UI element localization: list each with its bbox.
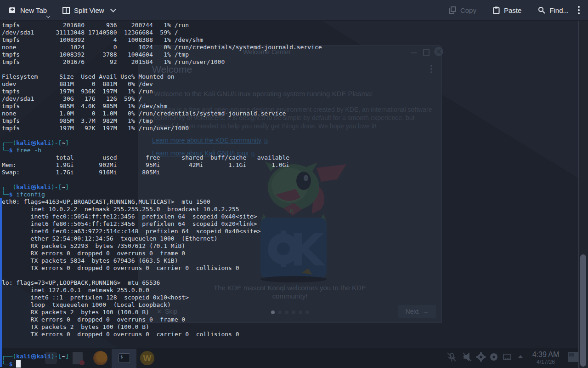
terminal-line: Filesystem Size Used Avail Use% Mounted …	[2, 73, 322, 80]
terminal-line: RX errors 0 dropped 0 overruns 0 frame 0	[2, 250, 322, 257]
terminal-line: tmpfs 985M 3.7M 982M 1% /tmp	[2, 117, 322, 125]
terminal-line: RX packets 2 bytes 100 (100.0 B)	[2, 309, 322, 316]
terminal-line: tmpfs 985M 4.0K 985M 1% /dev/shm	[2, 103, 322, 110]
find-label: Find...	[549, 6, 569, 14]
next-label: Next	[406, 308, 419, 315]
clock-time: 4:39 AM	[526, 351, 565, 359]
terminal-line: /dev/sda1 30G 17G 12G 59% /	[2, 95, 322, 103]
terminal-line	[2, 272, 322, 279]
terminal-line: Mem: 1.9Gi 902Mi 95Mi 42Mi 1.1Gi 1.0Gi	[2, 161, 322, 169]
clock: 4:39 AM 4/17/26	[526, 351, 565, 365]
overflow-menu-icon[interactable]	[578, 6, 580, 8]
terminal-line: ether 52:54:00:12:34:56 txqueuelen 1000 …	[2, 235, 322, 242]
volume-muted-icon	[463, 353, 471, 361]
settings-gear-icon	[476, 352, 486, 362]
terminal-line: TX errors 0 dropped 0 overruns 0 carrier…	[2, 264, 322, 272]
split-view-label: Split View	[74, 6, 104, 14]
new-tab-label: New Tab	[20, 6, 47, 14]
split-view-icon	[62, 7, 70, 14]
split-view-button[interactable]: Split View	[58, 0, 120, 20]
terminal-line: loop txqueuelen 1000 (Local Loopback)	[2, 301, 322, 309]
terminal-line	[2, 66, 322, 73]
close-icon	[434, 47, 443, 56]
disc-icon	[490, 353, 498, 361]
terminal-line: tmpfs 1008392 3788 1004604 1% /tmp	[2, 51, 322, 58]
terminal-line: RX errors 0 dropped 0 overruns 0 frame 0	[2, 316, 322, 323]
terminal-line: /dev/sda1 31113048 17140580 12366684 59%…	[2, 29, 322, 36]
arrow-right-icon: →	[422, 308, 429, 315]
chevron-down-icon	[110, 6, 116, 12]
next-button: Next→	[398, 305, 436, 318]
terminal-line: total used free shared buff/cache availa…	[2, 154, 322, 161]
terminal-line: TX packets 5834 bytes 679436 (663.5 KiB)	[2, 257, 322, 264]
output-indicator-bar	[0, 198, 2, 367]
scrollbar-track[interactable]	[578, 21, 579, 368]
microphone-muted-icon	[447, 353, 456, 362]
terminal-line: inet 127.0.0.1 netmask 255.0.0.0	[2, 287, 322, 294]
system-tray	[447, 352, 525, 365]
terminal-toolbar: New Tab Split View Copy Paste	[0, 0, 588, 21]
search-icon	[538, 6, 545, 14]
terminal-line	[2, 176, 322, 184]
terminal-line: eth0: flags=4163<UP,BROADCAST,RUNNING,MU…	[2, 198, 322, 206]
copy-icon	[449, 6, 456, 14]
terminal-line: none 1024 0 1024 0% /run/credentials/sys…	[2, 44, 322, 51]
terminal-line: tmpfs 201676 92 201584 1% /run/user/1000	[2, 58, 322, 66]
terminal-line: inet6 ::1 prefixlen 128 scopeid 0x10<hos…	[2, 294, 322, 301]
terminal-line: lo: flags=73<UP,LOOPBACK,RUNNING> mtu 65…	[2, 279, 322, 287]
minimize-icon	[411, 52, 417, 53]
network-icon	[503, 354, 511, 360]
terminal-line: udev 881M 0 881M 0% /dev	[2, 80, 322, 88]
clock-date: 4/17/26	[526, 359, 565, 365]
terminal-line: inet6 fec0::5054:ff:fe12:3456 prefixlen …	[2, 213, 322, 220]
terminal-output[interactable]: tmpfs 201680 936 200744 1% /run/dev/sda1…	[2, 22, 322, 368]
desktop-screen: Welcome Center Welcome Welcome to the Ka…	[0, 0, 588, 368]
overflow-menu-icon	[430, 65, 432, 67]
new-tab-icon	[8, 6, 16, 14]
terminal-line: tmpfs 201680 936 200744 1% /run	[2, 22, 322, 29]
expand-tray-icon	[518, 355, 523, 358]
paste-button[interactable]: Paste	[488, 0, 526, 20]
terminal-line: none 1.0M 0 1.0M 0% /run/credentials/sys…	[2, 110, 322, 117]
terminal-line: └─$ free -h	[2, 147, 322, 154]
terminal-line: tmpfs 197M 936K 197M 1% /run	[2, 88, 322, 95]
terminal-line: TX packets 2 bytes 100 (100.0 B)	[2, 323, 322, 331]
terminal-line: └─$ ifconfig	[2, 191, 322, 198]
copy-button[interactable]: Copy	[444, 0, 481, 20]
scrollbar-thumb[interactable]	[580, 254, 586, 367]
paste-label: Paste	[504, 6, 521, 14]
terminal-line: ┌──(kali㉿kali)-[~]	[2, 184, 322, 191]
terminal-line	[2, 338, 322, 345]
terminal-line	[2, 345, 322, 353]
terminal-line: tmpfs 197M 92K 197M 1% /run/user/1000	[2, 125, 322, 132]
terminal-line: ┌──(kali㉿kali)-[~]	[2, 353, 322, 360]
new-tab-button[interactable]: New Tab	[4, 0, 51, 20]
terminal-line	[2, 132, 322, 139]
terminal-line: tmpfs 1008392 4 1008388 1% /dev/shm	[2, 36, 322, 44]
terminal-line: RX packets 52293 bytes 73507612 (70.1 Mi…	[2, 242, 322, 250]
copy-label: Copy	[460, 6, 476, 14]
find-button[interactable]: Find...	[533, 0, 573, 20]
terminal-line: ┌──(kali㉿kali)-[~]	[2, 139, 322, 147]
terminal-line: TX errors 0 dropped 0 overruns 0 carrier…	[2, 331, 322, 338]
terminal-line: inet 10.0.2.2 netmask 255.255.255.0 broa…	[2, 206, 322, 213]
terminal-line: inet6 fe80::5054:ff:fe12:3456 prefixlen …	[2, 220, 322, 228]
chevron-down-icon	[46, 14, 50, 18]
paste-icon	[493, 6, 500, 14]
terminal-line: └─$	[2, 360, 322, 368]
cursor	[16, 360, 21, 368]
maximize-icon	[423, 49, 430, 56]
terminal-line: inet6 fec0::a63:9722:514c:c148 prefixlen…	[2, 228, 322, 235]
terminal-line: Swap: 1.7Gi 916Mi 805Mi	[2, 169, 322, 176]
